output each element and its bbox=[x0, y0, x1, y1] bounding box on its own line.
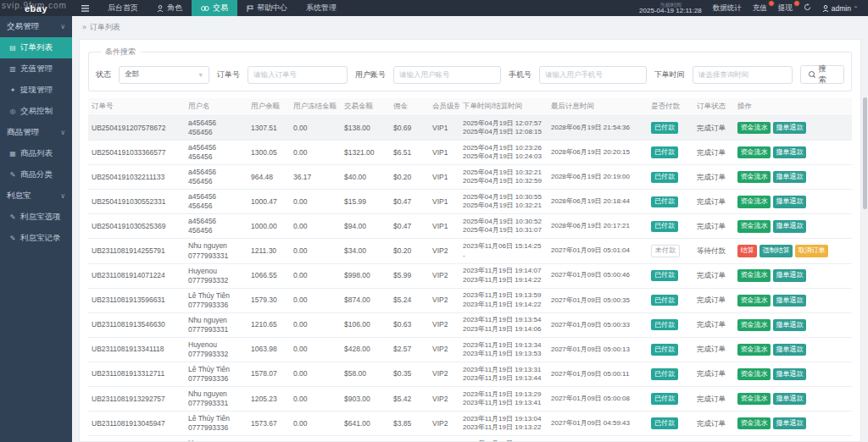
action-button[interactable]: 资金流水 bbox=[737, 344, 771, 356]
action-button[interactable]: 强制结算 bbox=[760, 245, 793, 257]
commission-cell: $0.47 bbox=[390, 214, 429, 239]
breadcrumb-label[interactable]: 订单列表 bbox=[90, 22, 120, 33]
action-button[interactable]: 资金流水 bbox=[737, 196, 771, 207]
user-cell: Lê Thúy Tiên0777993336 bbox=[185, 412, 248, 436]
vip-level-cell: VIP2 bbox=[429, 412, 459, 436]
withdraw-label: 提现 bbox=[778, 3, 793, 12]
sidebar-group-trade[interactable]: 交易管理 ∨ bbox=[0, 16, 72, 37]
action-button[interactable]: 资金流水 bbox=[737, 220, 771, 232]
sidebar-item-label: 充值管理 bbox=[20, 64, 53, 75]
sidebar-item-trade-control[interactable]: ◎ 交易控制 bbox=[0, 101, 72, 122]
menu-label: 交易 bbox=[213, 3, 228, 14]
collapse-menu-icon[interactable] bbox=[72, 0, 98, 16]
action-button[interactable]: 撤单退款 bbox=[773, 171, 806, 183]
vip-level-cell: VIP1 bbox=[429, 116, 459, 141]
action-button[interactable]: 撤单退款 bbox=[773, 196, 806, 207]
action-button[interactable]: 资金流水 bbox=[737, 417, 771, 429]
goods-category-icon: ✎ bbox=[8, 171, 17, 179]
order-no-input[interactable] bbox=[248, 66, 348, 84]
action-button[interactable]: 取消订单 bbox=[795, 245, 828, 257]
order-status-cell: 完成订单 bbox=[693, 214, 734, 239]
balance-cell: 1578.07 bbox=[248, 362, 290, 386]
stats-link[interactable]: 数据统计 bbox=[713, 3, 742, 14]
paid-cell: 已付款 bbox=[648, 263, 693, 288]
sidebar-item-goods-list[interactable]: ▦ 商品列表 bbox=[0, 143, 72, 164]
sidebar-item-recharge[interactable]: ▥ 充值管理 bbox=[0, 58, 72, 80]
menu-item-help-center[interactable]: 帮助中心 bbox=[237, 0, 297, 16]
action-button[interactable]: 撤单退款 bbox=[773, 220, 806, 232]
action-button[interactable]: 撤单退款 bbox=[773, 417, 806, 429]
interest-time-cell: 2027年01月09日 05:00:35 bbox=[548, 288, 648, 312]
action-button[interactable]: 资金流水 bbox=[737, 295, 771, 307]
action-button[interactable]: 资金流水 bbox=[737, 393, 771, 405]
phone-input[interactable] bbox=[539, 66, 647, 84]
action-button[interactable]: 资金流水 bbox=[737, 368, 771, 380]
paid-tag: 已付款 bbox=[651, 417, 678, 428]
table-row: UB2311081914071224 Huyenou0777993332 106… bbox=[88, 263, 852, 288]
vip-level-cell: VIP1 bbox=[429, 214, 459, 239]
action-button[interactable]: 资金流水 bbox=[737, 269, 771, 281]
status-select[interactable]: 全部 ▼ bbox=[119, 66, 209, 84]
recharge-link[interactable]: 充值 bbox=[753, 3, 767, 14]
frozen-cell: 0.00 bbox=[290, 141, 341, 165]
amount-cell: $1321.00 bbox=[341, 141, 390, 165]
menu-item-system[interactable]: 系统管理 bbox=[297, 0, 346, 16]
vip-level-cell: VIP2 bbox=[429, 337, 459, 362]
sidebar-item-interest-options[interactable]: ✎ 利息宝选项 bbox=[0, 207, 72, 228]
action-button[interactable]: 结算 bbox=[737, 245, 757, 257]
paid-cell: 已付款 bbox=[648, 412, 693, 436]
table-scrollbar[interactable] bbox=[863, 97, 867, 440]
order-id-cell: UB2504191030525369 bbox=[88, 214, 185, 239]
column-header: 最后计息时间 bbox=[548, 98, 648, 116]
sidebar-item-goods-category[interactable]: ✎ 商品分类 bbox=[0, 164, 72, 185]
action-button[interactable]: 撤单退款 bbox=[773, 368, 806, 380]
status-label: 状态 bbox=[96, 69, 111, 80]
order-time-cell: 2023年11月19日 19:13:292023年11月19日 19:13:41 bbox=[459, 387, 548, 412]
sidebar-item-label: 商品分类 bbox=[20, 169, 53, 180]
actions-cell: 资金流水撤单退款 bbox=[734, 337, 852, 362]
order-id-cell: UB2311081914255791 bbox=[88, 239, 185, 263]
sidebar-group-goods[interactable]: 商品管理 ∨ bbox=[0, 122, 72, 143]
action-button[interactable]: 撤单退款 bbox=[773, 393, 806, 405]
menu-item-trade[interactable]: 交易 bbox=[192, 0, 237, 16]
action-button[interactable]: 撤单退款 bbox=[773, 269, 806, 281]
withdraw-link[interactable]: 提现 bbox=[778, 3, 793, 14]
order-id-cell: UB2311081913546630 bbox=[88, 312, 185, 337]
balance-cell: 1579.30 bbox=[248, 288, 290, 312]
actions-cell: 资金流水撤单退款 bbox=[734, 312, 852, 337]
menu-item-dashboard[interactable]: 后台首页 bbox=[98, 0, 147, 16]
paid-cell: 已付款 bbox=[648, 214, 693, 239]
menu-item-roles[interactable]: 角色 bbox=[147, 0, 192, 16]
sidebar-item-order-list[interactable]: ▤ 订单列表 bbox=[0, 37, 72, 58]
action-button[interactable]: 资金流水 bbox=[737, 319, 771, 331]
search-button[interactable]: 搜 索 bbox=[800, 65, 844, 84]
user-cell: Huyenou0777993332 bbox=[185, 436, 248, 442]
action-button[interactable]: 资金流水 bbox=[737, 146, 771, 158]
action-button[interactable]: 撤单退款 bbox=[773, 344, 806, 356]
column-header: 用户余额 bbox=[248, 98, 290, 116]
order-time-input[interactable] bbox=[693, 66, 793, 84]
user-menu[interactable]: admin ⌃ bbox=[822, 4, 858, 13]
chevron-up-icon: ⌃ bbox=[854, 5, 858, 11]
order-no-label: 订单号 bbox=[217, 69, 240, 80]
action-button[interactable]: 撤单退款 bbox=[773, 295, 806, 307]
sidebar-group-interest[interactable]: 利息宝 ∨ bbox=[0, 185, 72, 207]
order-id-cell: UB2504191032211133 bbox=[88, 165, 185, 190]
action-button[interactable]: 资金流水 bbox=[737, 171, 771, 183]
scrollbar-thumb[interactable] bbox=[863, 97, 867, 209]
sidebar-item-interest-records[interactable]: ✎ 利息宝记录 bbox=[0, 228, 72, 249]
balance-cell: 1066.55 bbox=[248, 263, 290, 288]
refresh-icon[interactable] bbox=[804, 3, 811, 13]
user-account-input[interactable] bbox=[393, 66, 501, 84]
order-status-cell: 完成订单 bbox=[693, 412, 734, 436]
breadcrumb: » 订单列表 bbox=[72, 16, 868, 38]
action-button[interactable]: 资金流水 bbox=[737, 122, 771, 134]
amount-cell: $641.00 bbox=[341, 412, 390, 436]
sidebar-item-withdraw[interactable]: ✦ 提现管理 bbox=[0, 80, 72, 101]
action-button[interactable]: 撤单退款 bbox=[773, 122, 806, 134]
frozen-cell: 0.00 bbox=[290, 116, 341, 141]
amount-cell: $874.00 bbox=[341, 288, 390, 312]
amount-cell: $94.00 bbox=[341, 214, 390, 239]
action-button[interactable]: 撤单退款 bbox=[773, 319, 806, 331]
action-button[interactable]: 撤单退款 bbox=[773, 146, 806, 158]
